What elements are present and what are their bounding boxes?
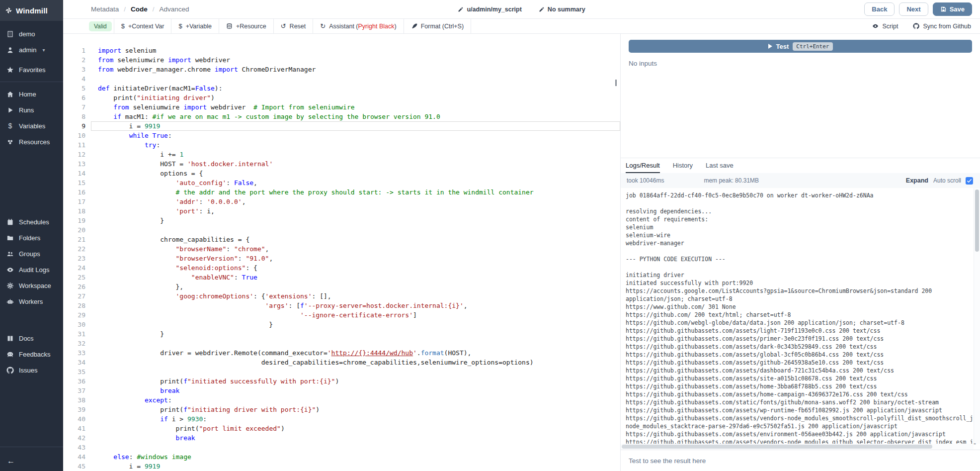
run-stats-bar: took 10046ms mem peak: 80.31MB Expand Au… xyxy=(621,173,980,188)
expand-button[interactable]: Expand xyxy=(906,177,928,184)
script-summary-chip[interactable]: No summary xyxy=(539,6,585,13)
sidebar-item-docs[interactable]: Docs xyxy=(0,331,63,347)
code-line-text: print(f"initiated successfully with port… xyxy=(91,377,620,386)
log-line: https://github.githubassets.com/assets/s… xyxy=(626,375,975,382)
windmill-logo[interactable]: Windmill xyxy=(0,0,63,21)
next-button[interactable]: Next xyxy=(899,2,928,16)
sidebar-item-workers[interactable]: Workers xyxy=(0,294,63,310)
eye-icon xyxy=(6,266,14,274)
script-kind-button[interactable]: Script xyxy=(872,23,898,30)
log-line: content of requirements: xyxy=(626,215,975,223)
breadcrumb-separator: / xyxy=(124,5,126,13)
line-number: 45 xyxy=(63,462,85,471)
log-output[interactable]: job 01864aff-22dd-cf40-f0c5-0ec8e9b50c70… xyxy=(621,188,980,450)
sidebar-item-runs[interactable]: Runs xyxy=(0,102,63,118)
code-line-text: 'args': [f'--proxy-server=host.docker.in… xyxy=(91,301,620,310)
code-line: 3from webdriver_manager.chrome import Ch… xyxy=(63,65,620,74)
code-line-text: driver = webdriver.Remote(command_execut… xyxy=(91,348,620,358)
save-button[interactable]: Save xyxy=(933,2,972,16)
toolbar-button--variable[interactable]: $+Variable xyxy=(171,19,218,33)
sidebar-item-label: Workspace xyxy=(19,282,51,289)
line-number: 6 xyxy=(63,93,85,102)
tab-metadata[interactable]: Metadata xyxy=(91,5,119,13)
sidebar-item-audit-logs[interactable]: Audit Logs xyxy=(0,262,63,278)
user-menu[interactable]: admin ▾ xyxy=(0,42,63,58)
line-number: 43 xyxy=(63,443,85,452)
code-line: 17 'addr': '0.0.0.0', xyxy=(63,197,620,206)
sync-from-github-button[interactable]: Sync from Github xyxy=(913,23,971,30)
toolbar-button--resource[interactable]: +Resource xyxy=(219,19,273,33)
github-icon xyxy=(913,23,919,29)
folder-icon xyxy=(6,234,14,242)
code-line: 19 } xyxy=(63,216,620,225)
log-horizontal-scrollbar[interactable] xyxy=(621,444,974,450)
code-line-text: 'auto_config': False, xyxy=(91,178,620,188)
eye-icon xyxy=(872,23,879,29)
sidebar-item-workspace[interactable]: Workspace xyxy=(0,278,63,294)
code-line-text: from seleniumwire import webdriver xyxy=(91,55,620,65)
code-line: 39 print(f"initiating driver with port:{… xyxy=(63,405,620,414)
test-button[interactable]: Test Ctrl+Enter xyxy=(629,40,972,53)
code-line-text: "selenoid:options": { xyxy=(91,263,620,273)
sidebar-item-home[interactable]: Home xyxy=(0,86,63,102)
sidebar-item-variables[interactable]: $Variables xyxy=(0,118,63,134)
save-button-label: Save xyxy=(950,5,965,13)
sidebar-item-resources[interactable]: Resources xyxy=(0,134,63,150)
line-number: 19 xyxy=(63,216,85,225)
log-line: node_modules_stacktrace-parse-297da6-e9c… xyxy=(626,422,975,430)
toolbar-button-reset[interactable]: ↺Reset xyxy=(273,19,313,33)
line-number: 5 xyxy=(63,84,85,93)
code-line: 41 print("port limit exceeded") xyxy=(63,424,620,433)
run-tab-history[interactable]: History xyxy=(673,158,693,173)
log-line: https://github.githubassets.com/assets/d… xyxy=(626,343,975,351)
toolbar-button--context-var[interactable]: $+Context Var xyxy=(114,19,171,33)
tab-advanced[interactable]: Advanced xyxy=(160,5,189,13)
code-line: 37 break xyxy=(63,386,620,395)
code-line: 38 except: xyxy=(63,395,620,405)
arrow-left-icon: ← xyxy=(7,457,15,466)
line-number: 9 xyxy=(63,121,85,131)
sidebar-item-issues[interactable]: Issues xyxy=(0,363,63,378)
line-number: 40 xyxy=(63,414,85,424)
sidebar-item-favorites[interactable]: Favorites xyxy=(0,62,63,78)
collapse-sidebar-button[interactable]: ← xyxy=(0,451,63,471)
run-tab-logs-result[interactable]: Logs/Result xyxy=(626,158,660,173)
code-line-text: if macM1: #if we are on mac m1 -> custom… xyxy=(91,112,620,121)
sidebar-item-groups[interactable]: Groups xyxy=(0,246,63,262)
sidebar-item-feedbacks[interactable]: Feedbacks xyxy=(0,347,63,363)
calendar-icon xyxy=(6,218,14,226)
code-line: 22 "browserName": "chrome", xyxy=(63,244,620,254)
code-editor[interactable]: 1import selenium2from seleniumwire impor… xyxy=(63,34,620,471)
code-line: 30 } xyxy=(63,320,620,329)
auto-scroll-checkbox[interactable] xyxy=(966,177,973,185)
code-line: 12 i += 1 xyxy=(63,150,620,159)
log-line: https://accounts.google.com/ListAccounts… xyxy=(626,287,975,295)
script-path-chip[interactable]: u/admin/my_script xyxy=(458,6,521,13)
workspace-switcher[interactable]: demo xyxy=(0,26,63,42)
sidebar-item-label: Docs xyxy=(19,335,34,342)
app-root: Windmill demo admin ▾ Favorites HomeRuns… xyxy=(0,0,980,471)
sidebar-item-schedules[interactable]: Schedules xyxy=(0,214,63,230)
log-line: https://github.com/ 200 text/html; chars… xyxy=(626,311,975,319)
log-line: https://github.githubassets.com/assets/h… xyxy=(626,390,975,398)
back-button[interactable]: Back xyxy=(864,2,895,16)
line-number: 21 xyxy=(63,235,85,244)
assistant-button[interactable]: ↻ Assistant (Pyright Black) xyxy=(313,19,403,33)
code-line: 5def initiateDriver(macM1=False): xyxy=(63,84,620,93)
log-line: https://github.githubassets.com/assets/p… xyxy=(626,335,975,343)
log-vertical-scrollbar[interactable] xyxy=(974,188,980,444)
line-number: 39 xyxy=(63,405,85,414)
editor-toolbar: Valid $+Context Var$+Variable+Resource↺R… xyxy=(63,19,980,34)
code-line-text: 'addr': '0.0.0.0', xyxy=(91,197,620,206)
code-line: 31 } xyxy=(63,329,620,339)
code-line-text: chrome_capabilities = { xyxy=(91,235,620,244)
line-number: 18 xyxy=(63,206,85,216)
run-tab-last-save[interactable]: Last save xyxy=(706,158,734,173)
log-line: https://www.github.com/ 301 None xyxy=(626,303,975,311)
sidebar-item-folders[interactable]: Folders xyxy=(0,230,63,246)
format-button[interactable]: Format (Ctrl+S) xyxy=(404,19,471,33)
tab-code[interactable]: Code xyxy=(131,5,148,13)
pencil-icon xyxy=(539,6,545,12)
code-line: 28 'args': [f'--proxy-server=host.docker… xyxy=(63,301,620,310)
check-icon xyxy=(967,178,972,184)
